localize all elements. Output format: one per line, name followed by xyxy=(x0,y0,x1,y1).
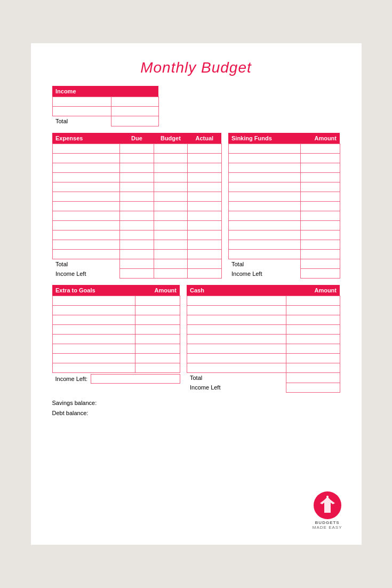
expense-budget xyxy=(154,163,187,172)
sinking-funds-table: Sinking Funds Amount xyxy=(228,133,340,279)
expense-due xyxy=(120,144,154,153)
expenses-body: Total Income Left xyxy=(52,144,221,279)
eg-amount xyxy=(135,354,180,363)
expense-row xyxy=(52,182,221,192)
logo-circle xyxy=(314,491,341,519)
cash-income-left-value xyxy=(286,383,340,392)
expense-budget xyxy=(154,230,187,240)
income-section: Income Total xyxy=(52,86,340,126)
expenses-actual-header: Actual xyxy=(188,133,221,144)
eg-name xyxy=(52,344,135,354)
sinking-funds-body: Total Income Left xyxy=(228,144,340,279)
sinking-fund-row xyxy=(228,220,340,230)
cash-row xyxy=(187,306,340,315)
extra-goals-amount-header: Amount xyxy=(135,285,180,296)
eg-amount xyxy=(135,325,180,335)
expense-row xyxy=(52,192,221,201)
eg-name xyxy=(52,325,135,335)
expenses-total-actual xyxy=(188,259,221,269)
eg-name xyxy=(52,335,135,344)
income-row xyxy=(52,107,158,116)
expense-actual xyxy=(188,220,221,230)
cash-row xyxy=(187,363,340,373)
sf-amount xyxy=(301,230,340,240)
extra-goal-row xyxy=(52,306,180,315)
cash-amount xyxy=(286,306,340,315)
expense-due xyxy=(120,230,154,240)
expense-row xyxy=(52,211,221,220)
expense-due xyxy=(120,172,154,182)
expense-actual xyxy=(188,201,221,211)
expense-due xyxy=(120,192,154,201)
expense-actual xyxy=(188,211,221,220)
sf-amount xyxy=(301,182,340,192)
expense-budget xyxy=(154,240,187,249)
cash-total-label: Total xyxy=(187,373,286,383)
expenses-section: Expenses Due Budget Actual xyxy=(52,133,222,279)
logo-brand: Budgets xyxy=(315,520,340,525)
expense-actual xyxy=(188,163,221,172)
income-total-label: Total xyxy=(52,116,111,126)
cash-header: Cash xyxy=(187,285,286,296)
expenses-total-row: Total xyxy=(52,259,221,269)
expense-row xyxy=(52,172,221,182)
expense-actual xyxy=(188,153,221,163)
sf-total-value xyxy=(301,259,340,269)
expense-row xyxy=(52,240,221,249)
sf-amount xyxy=(301,249,340,259)
expenses-due-header: Due xyxy=(120,133,154,144)
income-header: Income xyxy=(52,86,158,97)
expense-row xyxy=(52,201,221,211)
expense-budget xyxy=(154,249,187,259)
expense-budget xyxy=(154,182,187,192)
sf-name xyxy=(228,153,301,163)
cash-body: Total Income Left xyxy=(187,296,340,393)
extra-goal-row xyxy=(52,296,180,306)
eg-name xyxy=(52,354,135,363)
expense-row xyxy=(52,153,221,163)
sf-name xyxy=(228,172,301,182)
main-two-col: Expenses Due Budget Actual xyxy=(52,133,340,279)
expense-budget xyxy=(154,153,187,163)
sinking-fund-row xyxy=(228,230,340,240)
eg-amount xyxy=(135,315,180,325)
expenses-header: Expenses xyxy=(52,133,120,144)
sf-amount xyxy=(301,201,340,211)
eg-name xyxy=(52,296,135,306)
expense-actual xyxy=(188,230,221,240)
expense-name xyxy=(52,240,120,249)
sinking-fund-row xyxy=(228,201,340,211)
cash-row xyxy=(187,315,340,325)
extra-goals-table: Extra to Goals Amount xyxy=(52,285,180,373)
expense-due xyxy=(120,211,154,220)
expense-budget xyxy=(154,211,187,220)
expenses-total-label: Total xyxy=(52,259,120,269)
cash-amount xyxy=(286,335,340,344)
page: Monthly Budget Income Total xyxy=(31,43,362,545)
cash-name xyxy=(187,306,286,315)
cash-row xyxy=(187,325,340,335)
eg-amount xyxy=(135,363,180,373)
sf-amount xyxy=(301,220,340,230)
logo-area: Budgets MADE EASY xyxy=(313,491,342,530)
cash-amount xyxy=(286,315,340,325)
expense-actual xyxy=(188,182,221,192)
cash-amount xyxy=(286,363,340,373)
sf-total-label: Total xyxy=(228,259,301,269)
expenses-total-budget xyxy=(154,259,187,269)
expense-name xyxy=(52,163,120,172)
sf-name xyxy=(228,230,301,240)
expense-row xyxy=(52,249,221,259)
expense-budget xyxy=(154,201,187,211)
cash-name xyxy=(187,335,286,344)
expense-name xyxy=(52,172,120,182)
extra-goals-header: Extra to Goals xyxy=(52,285,135,296)
cash-amount xyxy=(286,325,340,335)
expense-budget xyxy=(154,220,187,230)
sinking-fund-row xyxy=(228,163,340,172)
income-amount-cell xyxy=(111,97,158,107)
expense-due xyxy=(120,153,154,163)
expense-actual xyxy=(188,192,221,201)
expense-actual xyxy=(188,249,221,259)
sf-name xyxy=(228,220,301,230)
